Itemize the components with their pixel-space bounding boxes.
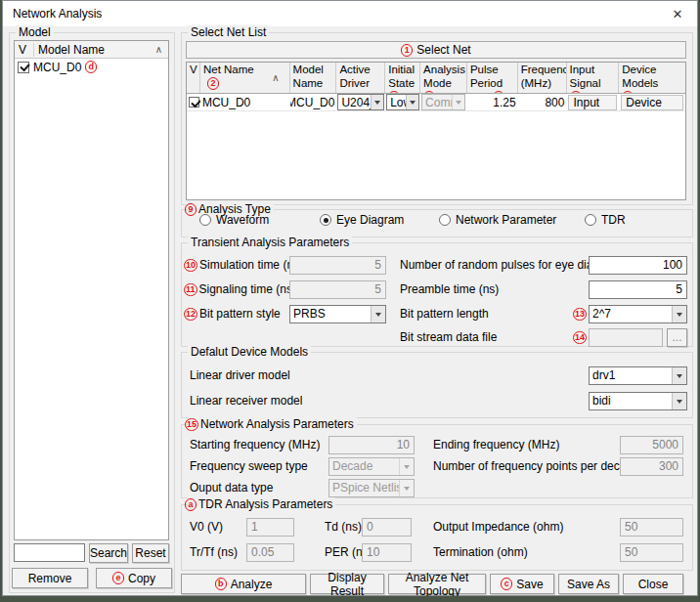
col-device-models[interactable]: Device Models 8 bbox=[619, 63, 685, 93]
reset-button[interactable]: Reset bbox=[132, 543, 169, 563]
annotation-d: d bbox=[85, 61, 97, 73]
annotation-b: b bbox=[215, 578, 227, 590]
model-list-header: V Model Name ∧ bbox=[15, 41, 168, 59]
model-search-input[interactable] bbox=[14, 543, 85, 562]
copy-button-label: Copy bbox=[128, 572, 155, 585]
radio-icon[interactable] bbox=[439, 214, 451, 226]
trtf-label: Tr/Tf (ns) bbox=[190, 545, 238, 559]
output-impedance-label: Output Impedance (ohm) bbox=[433, 520, 563, 534]
col-check[interactable]: V bbox=[187, 63, 200, 93]
browse-button[interactable]: ... bbox=[667, 328, 687, 347]
copy-button[interactable]: e Copy bbox=[96, 568, 172, 588]
search-button[interactable]: Search bbox=[89, 543, 128, 563]
output-data-type-label: Ouput data type bbox=[190, 481, 273, 494]
save-as-button[interactable]: Save As bbox=[558, 574, 619, 594]
initial-state-combobox[interactable]: Low bbox=[386, 94, 419, 110]
simulation-time-input bbox=[289, 256, 386, 275]
v0-input bbox=[246, 518, 294, 537]
radio-icon[interactable] bbox=[199, 214, 211, 226]
annotation-c: c bbox=[501, 578, 512, 590]
v0-label: V0 (V) bbox=[190, 520, 223, 534]
sort-ascending-icon[interactable]: ∧ bbox=[155, 44, 168, 55]
bit-pattern-style-combobox[interactable]: PRBS bbox=[289, 305, 386, 323]
dropdown-arrow-icon[interactable] bbox=[406, 95, 418, 109]
radio-waveform[interactable]: Waveform bbox=[199, 213, 269, 227]
close-button[interactable]: Close bbox=[623, 574, 683, 594]
col-pulse-period[interactable]: Pulse Period (ns) 6 bbox=[467, 63, 518, 93]
termination-input bbox=[620, 543, 683, 562]
dropdown-arrow-icon[interactable] bbox=[672, 367, 686, 384]
col-active-driver-pin[interactable]: Active Driver Pin 3 bbox=[336, 63, 385, 93]
linear-receiver-combobox[interactable]: bidi bbox=[589, 392, 687, 410]
radio-eye-diagram[interactable]: Eye Diagram bbox=[320, 213, 404, 227]
simulation-time-label: 10 Simulation time (ns) bbox=[184, 258, 303, 272]
annotation-15: 15 bbox=[185, 418, 198, 431]
col-frequency[interactable]: Frequency (MHz) bbox=[518, 63, 567, 93]
dropdown-arrow-icon[interactable] bbox=[672, 306, 686, 322]
radio-tdr[interactable]: TDR bbox=[585, 213, 626, 227]
background-app-area bbox=[0, 596, 700, 602]
annotation-10: 10 bbox=[184, 259, 197, 272]
screen: { "window": { "title": "Network Analysis… bbox=[0, 0, 700, 602]
sweep-type-label: Frequency sweep type bbox=[190, 459, 308, 473]
output-data-type-combobox: PSpice Netlist bbox=[328, 479, 415, 497]
select-net-button[interactable]: 1 Select Net bbox=[186, 41, 686, 59]
col-input-signal[interactable]: Input Signal 7 bbox=[567, 63, 620, 93]
bit-pattern-length-combobox[interactable]: 2^7 bbox=[589, 305, 687, 323]
annotation-e: e bbox=[112, 572, 124, 584]
network-params-group: 15 Network Analysis Parameters Starting … bbox=[181, 424, 693, 498]
annotation-4: 4 bbox=[388, 91, 400, 93]
close-icon[interactable]: ✕ bbox=[668, 7, 687, 22]
col-net-name[interactable]: Net Name ∧ 2 bbox=[200, 63, 290, 93]
device-models-group-label: Defalut Device Models bbox=[188, 345, 311, 359]
radio-icon[interactable] bbox=[585, 214, 596, 226]
model-checkbox[interactable] bbox=[18, 62, 29, 73]
net-row-checkbox[interactable] bbox=[189, 97, 199, 108]
active-driver-pin-combobox[interactable]: U204_A bbox=[337, 94, 384, 110]
radio-selected-icon[interactable] bbox=[320, 214, 331, 226]
col-analysis-mode[interactable]: Analysis Mode 5 bbox=[420, 63, 467, 93]
linear-driver-combobox[interactable]: drv1 bbox=[589, 366, 687, 385]
transient-group-label: Transient Analysis Parameters bbox=[188, 236, 352, 249]
analysis-type-group: 9 Analysis Type Waveform Eye Diagram Net… bbox=[181, 209, 693, 237]
starting-freq-label: Starting frequency (MHz) bbox=[190, 438, 320, 452]
td-input bbox=[362, 518, 412, 537]
sweep-type-combobox: Decade bbox=[328, 457, 415, 476]
analysis-mode-combobox: Common bbox=[421, 94, 465, 110]
annotation-14: 14 bbox=[573, 331, 587, 344]
annotation-1: 1 bbox=[401, 44, 413, 57]
ending-freq-label: Ending frequency (MHz) bbox=[433, 438, 559, 452]
window-title: Network Analysis bbox=[13, 7, 102, 21]
analyze-button[interactable]: b Analyze bbox=[181, 574, 306, 594]
save-button[interactable]: c Save bbox=[490, 574, 554, 594]
bit-stream-file-input bbox=[589, 328, 663, 347]
input-signal-cell[interactable]: Input bbox=[568, 95, 617, 110]
model-name-cell: MCU_D0 bbox=[290, 96, 337, 109]
dropdown-arrow-icon[interactable] bbox=[371, 95, 383, 109]
analyze-net-topology-button[interactable]: Analyze Net Topology bbox=[388, 574, 486, 594]
display-result-button[interactable]: Display Result bbox=[310, 574, 384, 594]
model-list-item[interactable]: MCU_D0 d bbox=[15, 59, 168, 75]
net-name-cell: MCU_D0 bbox=[200, 96, 290, 109]
dropdown-arrow-icon[interactable] bbox=[672, 393, 686, 409]
sort-ascending-icon[interactable]: ∧ bbox=[272, 72, 284, 84]
trtf-input bbox=[246, 543, 294, 562]
model-check-column-header: V bbox=[15, 43, 34, 57]
signaling-time-input bbox=[289, 280, 386, 299]
remove-button[interactable]: Remove bbox=[12, 568, 88, 588]
model-list: V Model Name ∧ MCU_D0 d bbox=[14, 40, 169, 540]
col-initial-state[interactable]: Initial State 4 bbox=[385, 63, 420, 93]
model-actions-row: Remove e Copy bbox=[12, 568, 172, 588]
col-model-name[interactable]: Model Name bbox=[290, 63, 337, 93]
net-table-row[interactable]: MCU_D0 MCU_D0 U204_A Low Commo bbox=[187, 94, 685, 111]
radio-network-parameter[interactable]: Network Parameter bbox=[439, 213, 556, 227]
select-net-list-label: Select Net List bbox=[188, 25, 269, 39]
per-input bbox=[362, 543, 412, 562]
preamble-time-input[interactable] bbox=[589, 280, 687, 299]
random-pulses-input[interactable] bbox=[589, 256, 687, 275]
device-models-cell[interactable]: Device bbox=[621, 95, 683, 110]
dropdown-arrow-icon[interactable] bbox=[371, 306, 385, 322]
device-models-group: Defalut Device Models Linear driver mode… bbox=[181, 352, 693, 418]
model-name-column-header[interactable]: Model Name bbox=[34, 43, 155, 57]
net-table: V Net Name ∧ 2 Model Name Active Driver … bbox=[186, 62, 686, 200]
